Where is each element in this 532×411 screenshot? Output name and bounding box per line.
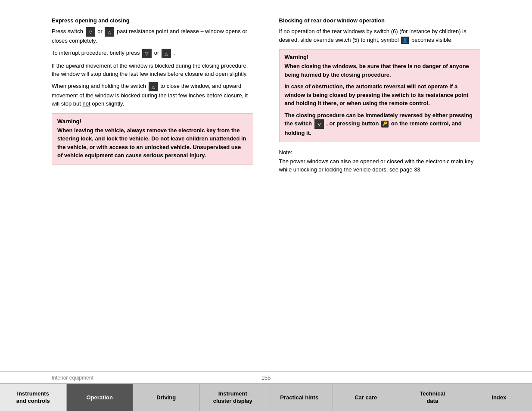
switch-up-icon-3 (149, 82, 158, 91)
tab-practical-hints[interactable]: Practical hints (266, 384, 333, 411)
footer-page: 155 (261, 374, 271, 381)
left-warning-title: Warning! (57, 118, 248, 125)
switch-up-icon-2 (162, 49, 171, 58)
right-warning-bold1: When closing the windows, be sure that t… (285, 62, 475, 137)
footer-bar: Interior equipment 155 (0, 371, 532, 383)
page-wrapper: Express opening and closing Press switch… (0, 0, 532, 411)
tab-technical-data[interactable]: Technical data (399, 384, 466, 411)
tab-instruments-and-controls[interactable]: Instruments and controls (0, 384, 67, 411)
switch-down-icon (86, 27, 95, 37)
left-section-title: Express opening and closing (52, 17, 253, 24)
switch-up-icon (105, 27, 114, 37)
tab-instrument-cluster-display[interactable]: Instrument cluster display (200, 384, 267, 411)
not-text: not (83, 100, 90, 107)
left-para3: If the upward movement of the window is … (52, 62, 253, 78)
note-body: The power windows can also be opened or … (279, 157, 481, 174)
content-area: Express opening and closing Press switch… (0, 0, 532, 371)
right-para1: If no operation of the rear windows by s… (279, 27, 481, 44)
tab-driving[interactable]: Driving (133, 384, 200, 411)
switch-down-icon-2 (142, 49, 152, 58)
tab-index[interactable]: Index (466, 384, 532, 411)
left-para1: Press switch or past resistance point an… (52, 27, 253, 45)
two-column-layout: Express opening and closing Press switch… (52, 17, 480, 363)
nav-tabs[interactable]: Instruments and controls Operation Drivi… (0, 383, 532, 411)
lock-icon: 👤 (401, 37, 409, 44)
tab-car-care[interactable]: Car care (333, 384, 400, 411)
left-para2: To interrupt procedure, briefly press or… (52, 49, 253, 58)
left-warning-body: When leaving the vehicle, always remove … (57, 126, 248, 160)
switch-down-icon-3 (314, 119, 324, 129)
remote-icon: 🔑 (381, 121, 389, 128)
right-section-title: Blocking of rear door window operation (279, 17, 481, 24)
right-warning-title: Warning! (285, 54, 475, 60)
left-warning-box: Warning! When leaving the vehicle, alway… (52, 113, 253, 165)
left-column: Express opening and closing Press switch… (52, 17, 253, 363)
left-para4: When pressing and holding the switch to … (52, 82, 253, 108)
right-warning-bold3: The closing procedure can be immediately… (285, 111, 475, 137)
right-column: Blocking of rear door window operation I… (279, 17, 481, 363)
footer-label: Interior equipment (52, 375, 93, 381)
note-label: Note: (279, 149, 481, 156)
right-warning-box: Warning! When closing the windows, be su… (279, 49, 481, 142)
tab-operation[interactable]: Operation (67, 384, 134, 411)
